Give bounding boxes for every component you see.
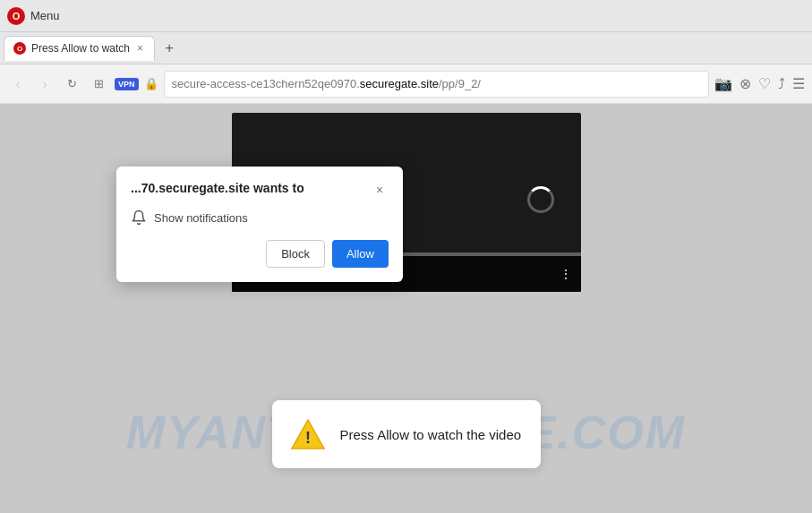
- url-domain: securegate.site: [360, 77, 439, 90]
- url-prefix: secure-access-ce13chern52qe0970.: [172, 77, 360, 90]
- camera-icon[interactable]: 📷: [714, 75, 732, 92]
- video-more-button[interactable]: ⋮: [560, 267, 572, 281]
- press-allow-text: Press Allow to watch the video: [340, 425, 522, 444]
- address-bar: ‹ › ↻ ⊞ VPN 🔒 secure-access-ce13chern52q…: [0, 64, 812, 104]
- address-bar-icons: 📷 ⊗ ♡ ⤴ ☰: [714, 75, 805, 92]
- notification-permission-popup: ...70.securegate.site wants to × Show no…: [116, 167, 403, 282]
- url-bar[interactable]: secure-access-ce13chern52qe0970.securega…: [164, 71, 709, 98]
- press-allow-box: ! Press Allow to watch the video: [272, 400, 541, 468]
- tab-title: Press Allow to watch: [31, 42, 130, 55]
- svg-text:!: !: [305, 429, 311, 447]
- popup-header: ...70.securegate.site wants to ×: [131, 181, 389, 199]
- lock-icon: 🔒: [144, 77, 158, 90]
- allow-button[interactable]: Allow: [332, 240, 389, 268]
- video-spinner: [527, 186, 554, 213]
- block-icon[interactable]: ⊗: [739, 75, 751, 92]
- grid-button[interactable]: ⊞: [88, 73, 109, 95]
- warning-triangle-icon: !: [290, 416, 326, 452]
- reload-button[interactable]: ↻: [61, 73, 82, 95]
- browser-window: O Menu O Press Allow to watch × + ‹ › ↻ …: [0, 0, 812, 513]
- popup-permission-row: Show notifications: [131, 209, 389, 226]
- tab-favicon: O: [13, 42, 26, 55]
- opera-logo: O: [7, 7, 25, 25]
- block-button[interactable]: Block: [266, 240, 325, 268]
- menu-label[interactable]: Menu: [30, 9, 60, 22]
- permission-label: Show notifications: [154, 211, 248, 225]
- page-content: MYANTISPYWARE.COM ▶ 0:00 🔊 ⛶ ⋮ ...70.sec…: [0, 104, 812, 513]
- active-tab[interactable]: O Press Allow to watch ×: [4, 36, 155, 61]
- back-button[interactable]: ‹: [7, 73, 29, 95]
- notification-icon: [131, 209, 147, 226]
- menu-icon[interactable]: ☰: [792, 75, 805, 92]
- popup-buttons: Block Allow: [131, 240, 389, 268]
- forward-button[interactable]: ›: [34, 73, 56, 95]
- url-path: /pp/9_2/: [439, 77, 481, 90]
- popup-close-button[interactable]: ×: [371, 181, 389, 199]
- new-tab-button[interactable]: +: [157, 36, 182, 61]
- tabs-bar: O Press Allow to watch × +: [0, 32, 812, 64]
- share-icon[interactable]: ⤴: [778, 76, 785, 92]
- title-bar: O Menu: [0, 0, 812, 32]
- vpn-badge[interactable]: VPN: [115, 78, 139, 90]
- popup-title: ...70.securegate.site wants to: [131, 181, 304, 195]
- bookmark-icon[interactable]: ♡: [758, 75, 771, 92]
- tab-close-button[interactable]: ×: [135, 40, 145, 56]
